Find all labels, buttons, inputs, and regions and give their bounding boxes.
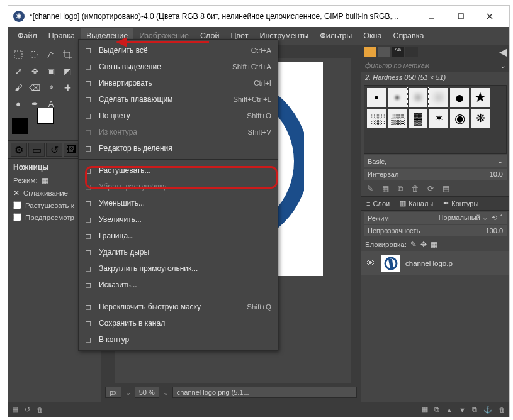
tool-fuzzy-select[interactable] [43,47,59,62]
interval-value[interactable]: 10.0 [490,170,503,178]
chevron-down-icon[interactable]: ⌄ [500,62,505,70]
brush-item[interactable]: ▓ [409,109,427,128]
status-icon[interactable]: ↺ [25,406,30,414]
lock-pixels-icon[interactable]: ✎ [410,240,417,249]
menu-file[interactable]: Файл [12,28,43,43]
tool-free-select[interactable] [27,47,42,62]
device-tab[interactable]: ▭ [28,143,45,157]
menu-filters[interactable]: Фильтры [314,28,358,43]
edit-brush-icon[interactable]: ✎ [365,184,375,194]
opt-antialias[interactable]: Сглаживание [23,189,68,197]
tool-clone[interactable]: ⌖ [43,80,59,95]
menu-item[interactable]: ◻Сделать плавающимShift+Ctrl+L [79,91,278,108]
lock-alpha-icon[interactable]: ▦ [431,240,437,249]
menu-item[interactable]: ◻Закруглить прямоугольник... [79,260,278,277]
menu-item[interactable]: ◻Исказить... [79,277,278,293]
undo-tab[interactable]: ↺ [46,143,62,157]
status-icon[interactable]: ⧉ [434,406,439,414]
brush-item[interactable]: ▒▒ [388,109,407,128]
chevron-down-icon[interactable]: ⌄ [163,389,169,397]
lock-position-icon[interactable]: ✥ [420,240,427,249]
menu-item[interactable]: ◻Растушевать... [79,162,278,179]
patterns-tab[interactable] [378,47,390,57]
brush-item[interactable]: • [367,88,386,107]
minimize-button[interactable] [417,6,446,27]
status-icon[interactable]: 🗑 [37,406,43,414]
menu-item[interactable]: ◻Переключить быструю маскуShift+Q [79,299,278,315]
mode-icon[interactable]: ▦ [42,176,48,185]
menu-item[interactable]: ◻ИнвертироватьCtrl+I [79,75,278,91]
tool-brush[interactable]: 🖌 [11,80,26,95]
maximize-button[interactable] [446,6,475,27]
brush-item[interactable]: ★ [471,88,490,107]
menu-help[interactable]: Справка [387,28,429,43]
preview-checkbox[interactable] [13,213,21,221]
unit-select[interactable]: px [105,387,121,398]
tool-eraser[interactable]: ⌫ [27,80,42,95]
menu-item[interactable]: ◻Уменьшить... [79,195,278,211]
tool-bucket[interactable]: ▣ [43,64,59,79]
status-icon[interactable]: 🗑 [499,406,505,414]
menu-windows[interactable]: Окна [358,28,387,43]
dup-brush-icon[interactable]: ⧉ [395,184,405,194]
history-tab[interactable] [405,47,418,57]
scrollbar-vertical[interactable] [351,58,361,383]
status-icon[interactable]: ▼ [459,406,466,414]
del-brush-icon[interactable]: 🗑 [410,184,420,194]
tool-transform[interactable]: ⤢ [11,64,26,79]
status-icon[interactable]: ▦ [422,406,428,414]
tool-rect-select[interactable] [11,47,26,62]
chevron-down-icon[interactable]: ⌄ [125,389,131,397]
brushes-tab[interactable] [364,47,376,57]
tooloptions-tab[interactable]: ⚙ [11,143,27,157]
status-icon[interactable]: ▲ [446,406,453,414]
new-brush-icon[interactable]: ▦ [380,184,390,194]
tool-blur[interactable]: ● [11,96,26,111]
status-icon[interactable]: ⧉ [472,406,477,414]
tool-heal[interactable]: ✚ [60,80,75,95]
brush-item[interactable]: • [388,88,407,107]
brush-preset[interactable]: Basic, [368,158,386,165]
status-icon[interactable]: ▤ [12,406,18,414]
zoom-field[interactable]: 50 % [135,387,159,398]
tab-paths[interactable]: ✒ Контуры [438,197,483,210]
open-brush-icon[interactable]: ▤ [441,184,451,194]
tab-layers[interactable]: ≡ Слои [361,197,395,210]
brush-item[interactable]: ✶ [429,109,448,128]
close-button[interactable] [475,6,504,27]
background-color[interactable] [37,108,54,124]
brush-item[interactable]: ░░ [367,109,386,128]
brush-grid[interactable]: • • • • ● ★ ░░ ▒▒ ▓ ✶ ◉ ❋ [364,85,507,154]
layer-name[interactable]: channel logo.p [405,260,453,267]
mode-value[interactable]: Нормальный [439,214,480,221]
antialias-close-icon[interactable]: ✕ [13,189,20,197]
brush-item[interactable]: • [409,88,427,107]
menu-item[interactable]: ◻В контур [79,331,278,348]
menu-item[interactable]: ◻Снять выделениеShift+Ctrl+A [79,58,278,75]
visibility-icon[interactable]: 👁 [365,258,376,269]
status-icon[interactable]: ⚓ [483,406,492,414]
chevron-down-icon[interactable]: ⌄ [497,157,503,165]
menu-item[interactable]: ◻Сохранить в канал [79,315,278,331]
brush-item[interactable]: ● [450,88,469,107]
tool-move[interactable]: ✥ [27,64,42,79]
brush-item[interactable]: ❋ [471,109,490,128]
brush-item[interactable]: • [429,88,448,107]
tool-gradient[interactable]: ◩ [60,64,75,79]
fonts-tab[interactable]: Aa [392,47,404,57]
foreground-color[interactable] [12,118,28,134]
brush-item[interactable]: ◉ [450,109,469,128]
tool-crop[interactable] [60,47,75,62]
feather-checkbox[interactable] [13,201,21,209]
opacity-value[interactable]: 100.0 [485,227,503,235]
menu-item[interactable]: ◻По цветуShift+O [79,108,278,124]
layer-row[interactable]: 👁 channel logo.p [361,251,509,275]
menu-item[interactable]: ◻Увеличить... [79,211,278,228]
menu-edit[interactable]: Правка [43,28,81,43]
menu-item[interactable]: ◻Удалить дыры [79,244,278,260]
menu-item[interactable]: ◻Граница... [79,228,278,244]
brush-filter[interactable]: фильтр по меткам [365,62,429,69]
dock-menu-icon[interactable]: ◀ [499,46,507,58]
tab-channels[interactable]: ▥ Каналы [395,197,438,210]
refresh-brush-icon[interactable]: ⟳ [426,184,436,194]
